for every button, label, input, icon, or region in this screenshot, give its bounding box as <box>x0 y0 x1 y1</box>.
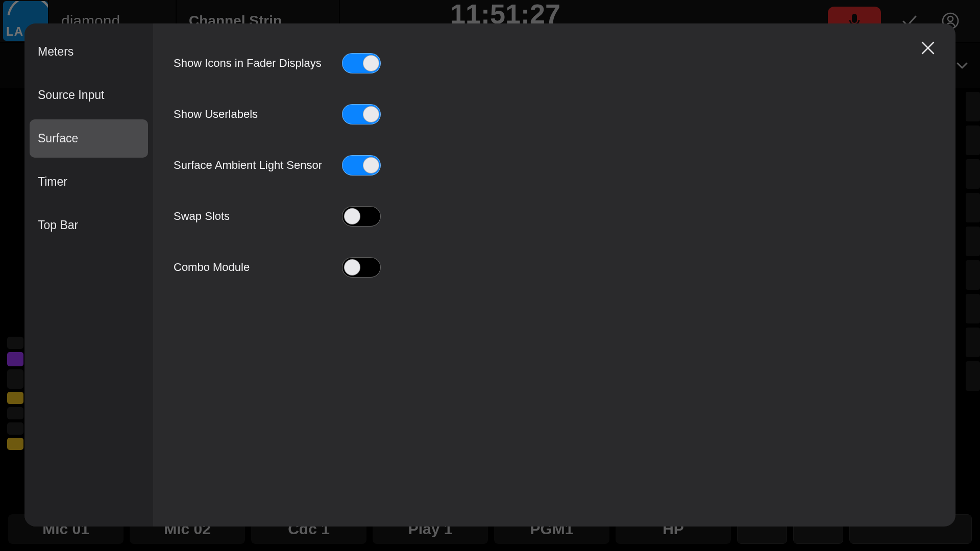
setting-row-show-userlabels: Show Userlabels <box>174 89 935 140</box>
sidebar-item-top-bar[interactable]: Top Bar <box>30 206 148 244</box>
close-button[interactable] <box>916 36 940 60</box>
setting-label: Show Userlabels <box>174 108 342 121</box>
sidebar-item-label: Timer <box>38 175 67 188</box>
sidebar-item-label: Source Input <box>38 88 104 102</box>
setting-row-ambient-light: Surface Ambient Light Sensor <box>174 140 935 191</box>
sidebar-item-meters[interactable]: Meters <box>30 33 148 71</box>
settings-modal: Meters Source Input Surface Timer Top Ba… <box>24 23 955 527</box>
setting-label: Show Icons in Fader Displays <box>174 57 342 70</box>
toggle-combo-module[interactable] <box>342 257 381 278</box>
sidebar-item-label: Meters <box>38 45 74 58</box>
close-icon <box>920 40 936 56</box>
sidebar-item-label: Top Bar <box>38 218 78 232</box>
sidebar-item-source-input[interactable]: Source Input <box>30 76 148 114</box>
sidebar-item-label: Surface <box>38 132 78 145</box>
sidebar-item-timer[interactable]: Timer <box>30 163 148 201</box>
setting-row-show-icons: Show Icons in Fader Displays <box>174 38 935 89</box>
sidebar-item-surface[interactable]: Surface <box>30 119 148 158</box>
toggle-show-userlabels[interactable] <box>342 104 381 124</box>
setting-label: Swap Slots <box>174 210 342 223</box>
toggle-show-icons[interactable] <box>342 53 381 73</box>
settings-content: Show Icons in Fader Displays Show Userla… <box>153 23 955 527</box>
setting-row-combo-module: Combo Module <box>174 242 935 293</box>
setting-row-swap-slots: Swap Slots <box>174 191 935 242</box>
setting-label: Surface Ambient Light Sensor <box>174 159 342 172</box>
setting-label: Combo Module <box>174 261 342 274</box>
settings-sidebar: Meters Source Input Surface Timer Top Ba… <box>24 23 153 527</box>
toggle-swap-slots[interactable] <box>342 206 381 227</box>
toggle-ambient-light[interactable] <box>342 155 381 176</box>
